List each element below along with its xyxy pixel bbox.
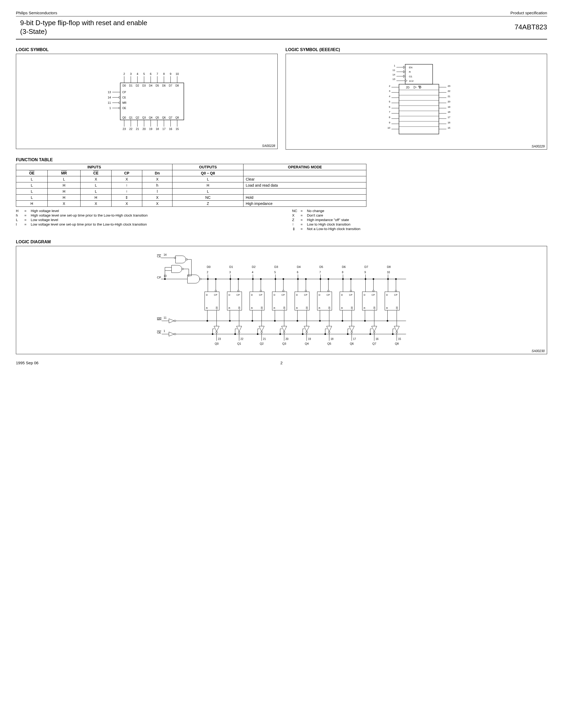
svg-text:18: 18 xyxy=(156,127,159,131)
svg-text:19: 19 xyxy=(448,105,450,108)
svg-text:14: 14 xyxy=(108,96,111,99)
svg-point-327 xyxy=(364,320,366,322)
svg-text:Q: Q xyxy=(329,307,331,309)
svg-text:CP: CP xyxy=(214,294,217,296)
svg-point-339 xyxy=(387,278,389,280)
svg-text:15: 15 xyxy=(176,127,179,131)
svg-text:11: 11 xyxy=(108,101,111,104)
col-header: MR xyxy=(48,170,80,176)
svg-text:D5: D5 xyxy=(155,84,159,87)
svg-text:16: 16 xyxy=(448,121,450,124)
svg-text:2D: 2D xyxy=(406,86,409,89)
svg-point-273 xyxy=(320,278,322,280)
svg-text:18: 18 xyxy=(331,338,334,340)
svg-text:Q: Q xyxy=(284,307,286,309)
svg-text:D0: D0 xyxy=(207,265,211,268)
svg-point-310 xyxy=(347,333,349,335)
svg-text:R: R xyxy=(409,70,411,73)
svg-text:13: 13 xyxy=(164,275,167,277)
svg-text:R: R xyxy=(229,307,230,309)
svg-text:D8: D8 xyxy=(387,265,391,268)
svg-text:D6: D6 xyxy=(342,265,346,268)
svg-point-40 xyxy=(119,107,120,109)
svg-point-185 xyxy=(230,278,231,280)
svg-text:8: 8 xyxy=(389,116,390,119)
svg-point-231 xyxy=(283,278,284,280)
svg-point-319 xyxy=(373,278,374,280)
svg-point-332 xyxy=(370,333,371,335)
svg-point-276 xyxy=(328,290,329,292)
svg-text:CP: CP xyxy=(372,294,375,296)
svg-point-165 xyxy=(215,278,217,280)
svg-text:6: 6 xyxy=(150,72,151,75)
svg-point-195 xyxy=(229,320,231,322)
figure-id: SA00230 xyxy=(532,349,545,353)
svg-text:6: 6 xyxy=(389,105,390,108)
svg-text:23: 23 xyxy=(123,127,126,131)
svg-text:3: 3 xyxy=(389,89,390,92)
svg-point-200 xyxy=(234,333,236,335)
svg-point-244 xyxy=(279,333,281,335)
ieee-symbol-figure: 1EN11R14G1131C2 223322421520619718817916… xyxy=(286,54,547,150)
svg-text:11: 11 xyxy=(164,316,167,319)
svg-point-288 xyxy=(325,333,326,335)
svg-text:R: R xyxy=(319,307,321,309)
svg-text:17: 17 xyxy=(353,338,356,340)
svg-text:9: 9 xyxy=(389,121,390,124)
svg-point-229 xyxy=(275,278,276,280)
section-function-table: FUNCTION TABLE xyxy=(16,158,547,162)
th-mode: OPERATING MODE xyxy=(243,164,367,170)
svg-text:3: 3 xyxy=(130,72,132,75)
svg-point-209 xyxy=(260,278,262,280)
svg-point-320 xyxy=(373,290,374,292)
footer-date: 1995 Sep 06 xyxy=(16,361,38,365)
svg-text:8: 8 xyxy=(163,72,165,75)
svg-text:19: 19 xyxy=(149,127,152,131)
svg-point-295 xyxy=(342,278,344,280)
svg-text:Q5: Q5 xyxy=(328,342,332,345)
svg-text:Q3: Q3 xyxy=(283,342,287,345)
svg-text:D7: D7 xyxy=(169,84,172,87)
svg-text:Q1: Q1 xyxy=(129,116,133,119)
svg-text:7: 7 xyxy=(389,110,390,113)
svg-text:21: 21 xyxy=(448,95,450,98)
svg-text:5: 5 xyxy=(274,271,276,274)
svg-text:D2: D2 xyxy=(252,265,256,268)
svg-point-275 xyxy=(328,278,329,280)
svg-text:1: 1 xyxy=(164,330,165,332)
svg-text:D3: D3 xyxy=(274,265,278,268)
figure-id: SA00229 xyxy=(532,145,545,148)
legend-row: ⇕=Not a Low-to-High clock transition xyxy=(292,227,547,231)
svg-point-354 xyxy=(392,333,394,335)
legend-row: L=Low voltage level xyxy=(16,218,271,222)
svg-text:19: 19 xyxy=(308,338,311,340)
logic-symbol-figure: 2D03D14D25D36D47D58D69D710D8 13CP14CE11M… xyxy=(16,54,277,149)
svg-text:10: 10 xyxy=(387,126,390,129)
svg-text:1: 1 xyxy=(109,106,111,110)
logic-diagram-svg: CE14CP13MR11OE1D02DCPRQ23Q0D13DCPRQ22Q1D… xyxy=(19,249,544,350)
svg-text:22: 22 xyxy=(448,89,450,92)
svg-point-349 xyxy=(387,320,389,322)
svg-text:R: R xyxy=(274,307,275,309)
legend: H=High voltage levelh=High voltage level… xyxy=(16,209,547,232)
svg-point-251 xyxy=(297,278,299,280)
svg-text:D5: D5 xyxy=(320,265,323,268)
svg-point-283 xyxy=(319,320,321,322)
svg-text:CP: CP xyxy=(236,294,240,296)
svg-point-217 xyxy=(252,320,253,322)
legend-row: NC=No change xyxy=(292,209,547,213)
figure-id: SA00228 xyxy=(262,144,275,148)
svg-text:R: R xyxy=(364,307,366,309)
legend-row: X=Don't care xyxy=(292,213,547,217)
svg-text:4: 4 xyxy=(389,95,390,98)
svg-point-173 xyxy=(207,320,208,322)
svg-text:Q: Q xyxy=(238,307,240,309)
section-logic-diagram: LOGIC DIAGRAM xyxy=(16,240,547,244)
table-row: LHL↑lL xyxy=(16,188,367,195)
svg-text:CP: CP xyxy=(259,294,262,296)
svg-point-137 xyxy=(186,259,187,260)
svg-point-187 xyxy=(238,278,239,280)
svg-text:15: 15 xyxy=(398,338,401,340)
vendor-name: Philips Semiconductors xyxy=(16,11,57,15)
svg-text:Q: Q xyxy=(351,307,353,309)
